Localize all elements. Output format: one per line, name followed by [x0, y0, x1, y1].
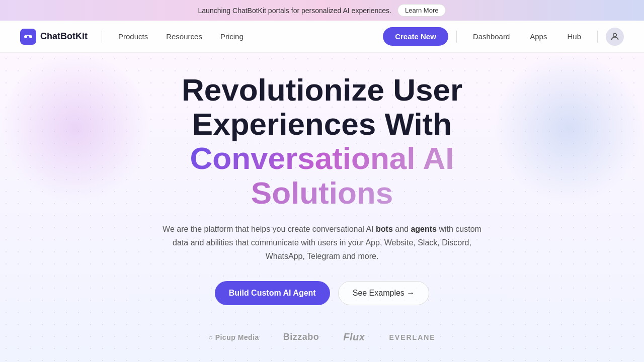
- brand-bizzabo: Bizzabo: [283, 332, 319, 342]
- hero-title-line3: Conversational AI: [190, 141, 454, 175]
- navbar: ChatBotKit Products Resources Pricing Cr…: [0, 21, 644, 53]
- announcement-text: Launching ChatBotKit portals for persona…: [198, 7, 391, 15]
- nav-resources[interactable]: Resources: [158, 28, 210, 45]
- brands-row: ○ Picup Media Bizzabo Flux EVERLANE: [208, 331, 435, 343]
- logo[interactable]: ChatBotKit: [20, 29, 88, 45]
- hero-title: Revolutionize User Experiences With Conv…: [161, 73, 483, 210]
- nav-pricing[interactable]: Pricing: [212, 28, 252, 45]
- user-icon: [610, 32, 620, 42]
- see-examples-label: See Examples →: [353, 289, 415, 298]
- nav-right: Create New Dashboard Apps Hub: [383, 27, 624, 46]
- nav-separator-2: [597, 31, 598, 43]
- hero-desc-text2: and: [393, 225, 411, 233]
- apps-link[interactable]: Apps: [522, 28, 555, 45]
- hero-title-line2: Experiences With: [192, 107, 452, 141]
- hero-desc-text1: We are the platform that helps you creat…: [163, 225, 376, 233]
- see-examples-button[interactable]: See Examples →: [338, 281, 430, 305]
- hero-description: We are the platform that helps you creat…: [161, 222, 483, 263]
- hub-link[interactable]: Hub: [559, 28, 589, 45]
- hero-section: Revolutionize User Experiences With Conv…: [0, 53, 644, 362]
- logo-icon: [20, 29, 36, 45]
- build-agent-button[interactable]: Build Custom AI Agent: [215, 281, 330, 305]
- blob-right: [493, 53, 644, 204]
- nav-links: Products Resources Pricing: [110, 28, 383, 45]
- brand-flux: Flux: [343, 331, 365, 343]
- dashboard-link[interactable]: Dashboard: [465, 28, 518, 45]
- announcement-bar: Launching ChatBotKit portals for persona…: [0, 0, 644, 21]
- nav-products[interactable]: Products: [110, 28, 156, 45]
- svg-rect-0: [20, 29, 36, 45]
- nav-separator: [456, 31, 457, 43]
- logo-text: ChatBotKit: [40, 31, 88, 42]
- svg-point-3: [613, 33, 617, 37]
- nav-divider: [102, 31, 102, 43]
- hero-content: Revolutionize User Experiences With Conv…: [161, 73, 483, 331]
- brand-picup: ○ Picup Media: [208, 333, 259, 341]
- user-avatar-button[interactable]: [606, 28, 624, 46]
- brand-everlane: EVERLANE: [389, 333, 435, 341]
- hero-title-line1: Revolutionize User: [182, 72, 462, 107]
- blob-left: [0, 53, 151, 204]
- hero-buttons: Build Custom AI Agent See Examples →: [161, 281, 483, 305]
- create-new-button[interactable]: Create New: [383, 27, 448, 46]
- learn-more-link[interactable]: Learn More: [397, 4, 446, 17]
- hero-title-line4: Solutions: [251, 175, 393, 210]
- hero-desc-bold1: bots: [376, 225, 393, 233]
- hero-desc-bold2: agents: [411, 225, 437, 233]
